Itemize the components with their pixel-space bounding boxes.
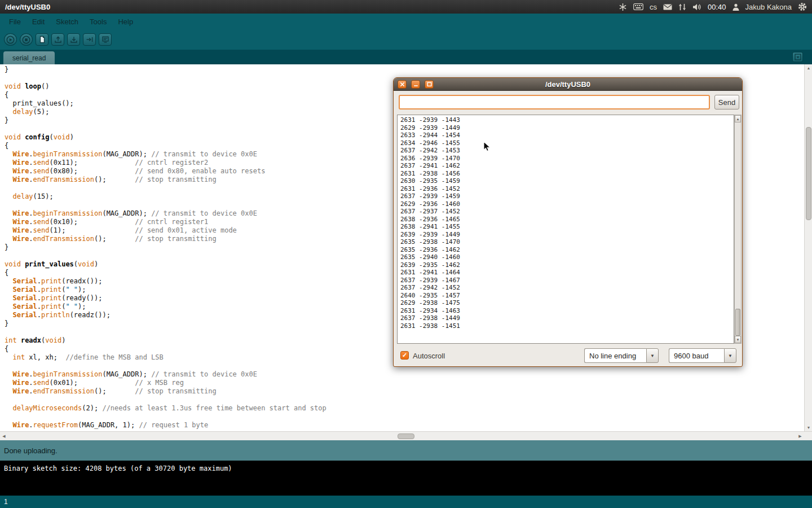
serial-row: 2637 -2938 -1449 [400, 314, 734, 322]
code-line: delayMicroseconds(2); //needs at least 1… [5, 404, 804, 413]
serial-row: 2637 -2939 -1467 [400, 277, 734, 284]
status-message: Done uploading. [4, 446, 58, 455]
editor-vertical-scrollbar[interactable]: ▲ ▼ [804, 64, 812, 431]
console-output: Binary sketch size: 4208 bytes (of a 307… [0, 461, 812, 472]
desktop: /dev/ttyUSB0 cs 00:40 Jakub Kakona [0, 0, 812, 508]
line-ending-value: No line ending [584, 348, 646, 363]
clock[interactable]: 00:40 [708, 3, 726, 11]
serial-row: 2635 -2938 -1470 [400, 238, 734, 246]
editor-horizontal-scrollbar[interactable]: ◀ ▶ [0, 431, 812, 440]
user-icon [732, 3, 739, 11]
serial-row: 2631 -2934 -1463 [400, 307, 734, 315]
mail-icon[interactable] [663, 4, 672, 10]
code-line: } [5, 65, 804, 74]
menu-help[interactable]: Help [112, 15, 139, 29]
network-traffic-icon[interactable] [678, 3, 686, 11]
serial-row: 2631 -2938 -1456 [400, 170, 734, 178]
send-button[interactable]: Send [714, 95, 739, 110]
serial-row: 2634 -2946 -1455 [400, 139, 734, 147]
serial-row: 2629 -2938 -1475 [400, 299, 734, 307]
serial-row: 2637 -2942 -1453 [400, 147, 734, 155]
serial-row: 2640 -2935 -1457 [400, 292, 734, 300]
menu-edit[interactable]: Edit [27, 15, 50, 29]
keyboard-layout-label[interactable]: cs [650, 3, 657, 11]
maximize-icon[interactable] [425, 80, 434, 89]
keyboard-icon[interactable] [633, 3, 643, 10]
menu-sketch[interactable]: Sketch [50, 15, 84, 29]
menu-file[interactable]: File [3, 15, 27, 29]
serial-row: 2631 -2939 -1443 [400, 116, 734, 124]
serial-row: 2638 -2936 -1465 [400, 216, 734, 224]
code-line [5, 413, 804, 421]
serial-row: 2631 -2936 -1452 [400, 185, 734, 193]
code-line: Wire.beginTransmission(MAG_ADDR); // tra… [5, 370, 804, 379]
serial-monitor-button[interactable] [99, 33, 112, 46]
system-tray: cs 00:40 Jakub Kakona [619, 2, 807, 11]
serial-scrollbar-thumb[interactable] [735, 309, 740, 336]
username-label[interactable]: Jakub Kakona [745, 3, 792, 11]
scroll-up-icon[interactable]: ▲ [735, 115, 741, 122]
serial-row: 2639 -2939 -1449 [400, 231, 734, 239]
open-sketch-button[interactable] [51, 33, 64, 46]
baud-rate-dropdown[interactable]: 9600 baud ▼ [669, 348, 736, 363]
minimize-icon[interactable] [411, 80, 420, 89]
close-icon[interactable] [398, 80, 407, 89]
serial-row: 2629 -2939 -1449 [400, 124, 734, 132]
serial-window-titlebar[interactable]: /dev/ttyUSB0 [394, 78, 742, 91]
save-sketch-button[interactable] [67, 33, 80, 46]
menubar: FileEditSketchToolsHelp [0, 14, 812, 29]
code-line: Wire.requestFrom(MAG_ADDR, 1); // reques… [5, 421, 804, 430]
line-number: 1 [4, 498, 8, 506]
serial-row: 2635 -2936 -1462 [400, 246, 734, 254]
serial-row: 2631 -2938 -1451 [400, 322, 734, 330]
scroll-down-icon[interactable]: ▼ [805, 424, 812, 431]
serial-row: 2637 -2939 -1459 [400, 192, 734, 200]
gear-icon[interactable] [798, 2, 807, 11]
toolbar [0, 29, 812, 50]
serial-window-title: /dev/ttyUSB0 [394, 80, 742, 89]
volume-icon[interactable] [692, 3, 701, 11]
tab-label: serial_read [12, 54, 46, 62]
serial-row: 2637 -2941 -1462 [400, 162, 734, 170]
scroll-up-icon[interactable]: ▲ [805, 64, 812, 72]
upload-button[interactable] [83, 33, 96, 46]
snowflake-indicator-icon[interactable] [619, 3, 627, 11]
tab-serial-read[interactable]: serial_read [3, 51, 55, 64]
menu-tools[interactable]: Tools [84, 15, 112, 29]
serial-input-field[interactable] [399, 95, 710, 110]
ubuntu-top-panel: /dev/ttyUSB0 cs 00:40 Jakub Kakona [0, 0, 812, 14]
serial-row: 2629 -2936 -1460 [400, 200, 734, 208]
serial-output: 2631 -2939 -14432629 -2939 -14492633 -29… [397, 115, 734, 344]
scroll-left-icon[interactable]: ◀ [0, 432, 8, 441]
mouse-cursor [483, 141, 491, 152]
autoscroll-checkbox[interactable]: ✓ [400, 351, 409, 360]
serial-row: 2637 -2942 -1452 [400, 284, 734, 292]
new-sketch-button[interactable] [36, 33, 48, 46]
chevron-down-icon[interactable]: ▼ [646, 348, 659, 363]
ide-console: Binary sketch size: 4208 bytes (of a 307… [0, 461, 812, 496]
verify-button[interactable] [4, 33, 17, 46]
check-icon: ✓ [402, 352, 407, 358]
serial-scrollbar[interactable]: ▲ ▼ [734, 115, 742, 344]
editor-scrollbar-thumb[interactable] [806, 127, 811, 220]
serial-row: 2631 -2941 -1464 [400, 269, 734, 277]
serial-row: 2639 -2935 -1462 [400, 261, 734, 269]
scroll-down-icon[interactable]: ▼ [735, 336, 741, 343]
chevron-down-icon[interactable]: ▼ [724, 348, 736, 363]
tab-menu-button[interactable] [792, 52, 803, 62]
stop-button[interactable] [20, 33, 33, 46]
serial-row: 2636 -2939 -1470 [400, 155, 734, 163]
serial-row: 2638 -2941 -1455 [400, 223, 734, 231]
editor-hscrollbar-thumb[interactable] [398, 433, 414, 439]
line-ending-dropdown[interactable]: No line ending ▼ [584, 348, 659, 363]
tab-bar: serial_read [0, 50, 812, 64]
ide-status-bar: Done uploading. [0, 440, 812, 461]
serial-row: 2635 -2940 -1460 [400, 253, 734, 261]
line-number-bar: 1 [0, 496, 812, 508]
scroll-right-icon[interactable]: ▶ [796, 432, 804, 441]
baud-rate-value: 9600 baud [669, 348, 724, 363]
panel-window-title: /dev/ttyUSB0 [5, 3, 50, 11]
serial-row: 2637 -2937 -1452 [400, 208, 734, 216]
serial-monitor-window: /dev/ttyUSB0 Send 2631 -2939 -14432629 -… [393, 77, 743, 367]
autoscroll-label[interactable]: Autoscroll [413, 352, 445, 360]
